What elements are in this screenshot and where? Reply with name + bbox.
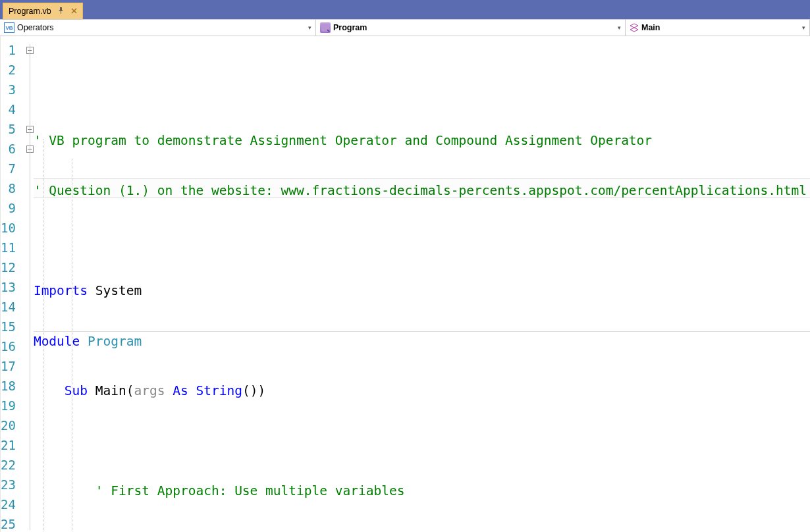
line-number: 3 (1, 80, 16, 99)
code-editor[interactable]: 1 2 3 4 5 6 7 8 9 10 11 12 13 14 15 16 1… (0, 36, 810, 532)
method-dropdown[interactable]: Main ▾ (626, 20, 810, 36)
line-number: 25 (1, 514, 16, 532)
line-number: 7 (1, 159, 16, 178)
code-text: ' First Approach: Use multiple variables (95, 483, 405, 498)
line-number: 1 (1, 40, 16, 60)
document-tab-strip: Program.vb (0, 0, 810, 19)
code-text: args (134, 383, 173, 398)
chevron-down-icon: ▾ (308, 24, 311, 31)
object-label: Program (333, 23, 367, 32)
outlining-margin: − − − (26, 36, 34, 532)
type-dropdown[interactable]: VB Operators ▾ (0, 20, 316, 36)
code-text: Sub (65, 383, 88, 398)
line-number: 21 (1, 435, 16, 455)
type-label: Operators (17, 23, 54, 32)
code-text: Module (34, 334, 80, 349)
line-number: 18 (1, 376, 16, 396)
vb-project-icon: VB (4, 22, 14, 33)
line-number: 19 (1, 396, 16, 415)
code-content[interactable]: ' VB program to demonstrate Assignment O… (34, 36, 810, 532)
line-number: 22 (1, 455, 16, 475)
line-number-gutter: 1 2 3 4 5 6 7 8 9 10 11 12 13 14 15 16 1… (1, 36, 26, 532)
line-number: 15 (1, 317, 16, 336)
line-number: 2 (1, 60, 16, 80)
line-number: 17 (1, 356, 16, 376)
module-icon (320, 22, 331, 33)
code-text: Imports (34, 283, 88, 298)
object-dropdown[interactable]: Program ▾ (316, 20, 626, 36)
line-number: 8 (1, 178, 16, 198)
line-number: 11 (1, 238, 16, 257)
chevron-down-icon: ▾ (802, 24, 805, 31)
line-number: 24 (1, 494, 16, 514)
chevron-down-icon: ▾ (618, 24, 621, 31)
line-number: 6 (1, 139, 16, 159)
code-text: Main( (88, 383, 134, 398)
line-number: 14 (1, 297, 16, 317)
line-number: 13 (1, 277, 16, 297)
line-number: 16 (1, 336, 16, 356)
document-tab-program-vb[interactable]: Program.vb (3, 3, 83, 19)
line-number: 23 (1, 475, 16, 494)
close-icon[interactable] (71, 7, 77, 16)
code-text: String (188, 383, 242, 398)
line-number: 10 (1, 218, 16, 238)
line-number: 20 (1, 415, 16, 435)
code-text: System (88, 283, 142, 298)
line-number: 9 (1, 198, 16, 218)
line-number: 5 (1, 119, 16, 139)
tab-filename: Program.vb (9, 7, 51, 16)
navigation-bar: VB Operators ▾ Program ▾ Main ▾ (0, 19, 810, 36)
line-number: 12 (1, 257, 16, 277)
code-text: ' VB program to demonstrate Assignment O… (34, 133, 652, 148)
code-text: ' Question (1.) on the website: www.frac… (34, 183, 807, 198)
pin-icon[interactable] (58, 7, 65, 16)
code-text: ()) (242, 383, 265, 398)
line-number: 4 (1, 99, 16, 119)
code-text: Program (80, 334, 142, 349)
method-icon (630, 22, 639, 33)
method-label: Main (641, 23, 660, 32)
code-text: As (173, 383, 188, 398)
